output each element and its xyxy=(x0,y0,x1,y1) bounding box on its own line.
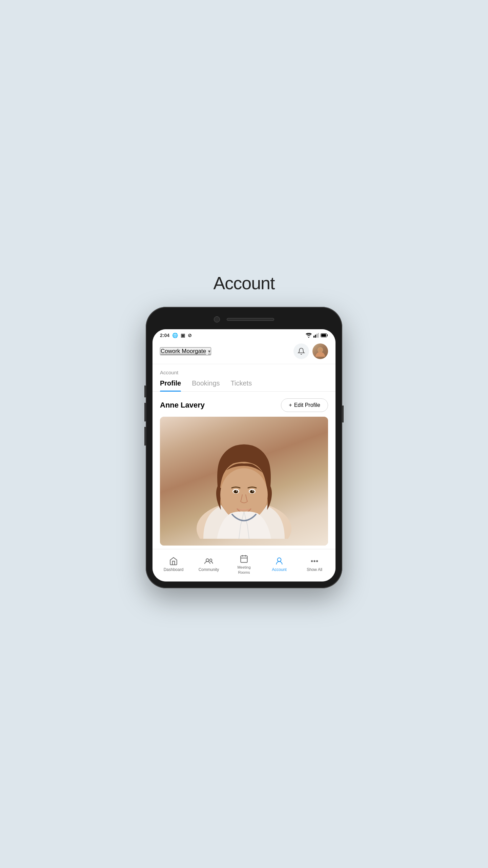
bell-icon xyxy=(298,348,305,355)
tab-tickets[interactable]: Tickets xyxy=(231,379,252,391)
right-button xyxy=(342,406,344,422)
calendar-icon xyxy=(239,554,249,564)
side-buttons-right xyxy=(342,406,344,422)
account-icon xyxy=(274,556,284,566)
svg-point-19 xyxy=(252,491,253,492)
top-nav: Cowork Moorgate ▾ xyxy=(152,340,336,364)
battery-icon xyxy=(321,333,328,337)
edit-profile-button[interactable]: + Edit Profile xyxy=(281,398,328,412)
nav-item-dashboard[interactable]: Dashboard xyxy=(156,556,191,573)
svg-rect-22 xyxy=(241,556,247,563)
profile-face-svg xyxy=(197,423,291,539)
mute-icon: ⊘ xyxy=(188,333,192,338)
tab-profile[interactable]: Profile xyxy=(160,379,181,391)
page-title: Account xyxy=(214,273,275,293)
nav-meeting-rooms-label: Meeting Rooms xyxy=(237,565,250,575)
nav-item-meeting-rooms[interactable]: Meeting Rooms xyxy=(226,554,262,575)
content-area: Account Profile Bookings Tickets Anne La… xyxy=(152,364,336,546)
phone-screen: 2:04 🌐 ▣ ⊘ xyxy=(152,329,336,581)
profile-photo xyxy=(160,417,328,546)
status-left: 2:04 🌐 ▣ ⊘ xyxy=(160,333,192,338)
power-button xyxy=(144,386,146,397)
profile-image-container xyxy=(160,417,328,546)
svg-point-28 xyxy=(314,560,315,561)
home-icon xyxy=(169,556,178,566)
volume-up-button xyxy=(144,403,146,421)
avatar-illustration xyxy=(314,345,326,357)
svg-point-29 xyxy=(317,560,318,561)
side-buttons-left xyxy=(144,386,146,446)
nav-dashboard-label: Dashboard xyxy=(164,567,184,573)
tab-bookings[interactable]: Bookings xyxy=(192,379,220,391)
svg-point-26 xyxy=(278,558,281,561)
nav-show-all-label: Show All xyxy=(307,567,322,573)
avatar-face xyxy=(312,343,328,359)
phone-speaker xyxy=(227,318,274,321)
community-icon xyxy=(204,556,214,566)
notification-button[interactable] xyxy=(293,343,309,359)
svg-point-7 xyxy=(318,348,323,352)
page-wrapper: Account 2:04 🌐 ▣ ⊘ xyxy=(0,259,488,609)
status-bar: 2:04 🌐 ▣ ⊘ xyxy=(152,329,336,340)
edit-profile-plus-icon: + xyxy=(289,402,292,408)
svg-point-27 xyxy=(311,560,312,561)
status-right xyxy=(306,333,328,338)
nav-item-account[interactable]: Account xyxy=(262,556,297,573)
bottom-nav: Dashboard Community xyxy=(152,549,336,581)
time-display: 2:04 xyxy=(160,333,169,338)
svg-rect-2 xyxy=(317,334,318,338)
phone-top-bar xyxy=(152,314,336,325)
signal-icon xyxy=(313,333,319,338)
phone-shell: 2:04 🌐 ▣ ⊘ xyxy=(146,307,342,588)
chevron-down-icon: ▾ xyxy=(208,349,210,354)
location-selector[interactable]: Cowork Moorgate ▾ xyxy=(160,347,211,355)
account-label: Account xyxy=(152,364,336,377)
sim-icon: ▣ xyxy=(181,333,185,338)
nav-account-label: Account xyxy=(272,567,286,573)
nav-item-show-all[interactable]: Show All xyxy=(297,556,332,573)
user-avatar-button[interactable] xyxy=(312,343,328,359)
svg-rect-1 xyxy=(315,335,316,338)
more-icon xyxy=(310,556,319,566)
svg-rect-0 xyxy=(313,336,314,338)
nav-community-label: Community xyxy=(199,567,219,573)
tabs: Profile Bookings Tickets xyxy=(152,377,336,392)
svg-point-15 xyxy=(236,491,237,492)
front-camera xyxy=(214,316,220,322)
svg-rect-5 xyxy=(321,334,326,337)
profile-name: Anne Lavery xyxy=(160,401,205,410)
edit-profile-label: Edit Profile xyxy=(294,402,320,408)
svg-point-20 xyxy=(206,559,209,561)
globe-icon: 🌐 xyxy=(172,333,178,338)
nav-item-community[interactable]: Community xyxy=(191,556,226,573)
svg-point-21 xyxy=(210,559,212,561)
nav-icons xyxy=(293,343,328,359)
profile-section: Anne Lavery + Edit Profile xyxy=(152,392,336,417)
location-name: Cowork Moorgate xyxy=(161,348,206,355)
svg-rect-3 xyxy=(318,333,319,338)
volume-down-button xyxy=(144,427,146,446)
wifi-icon xyxy=(306,333,312,338)
